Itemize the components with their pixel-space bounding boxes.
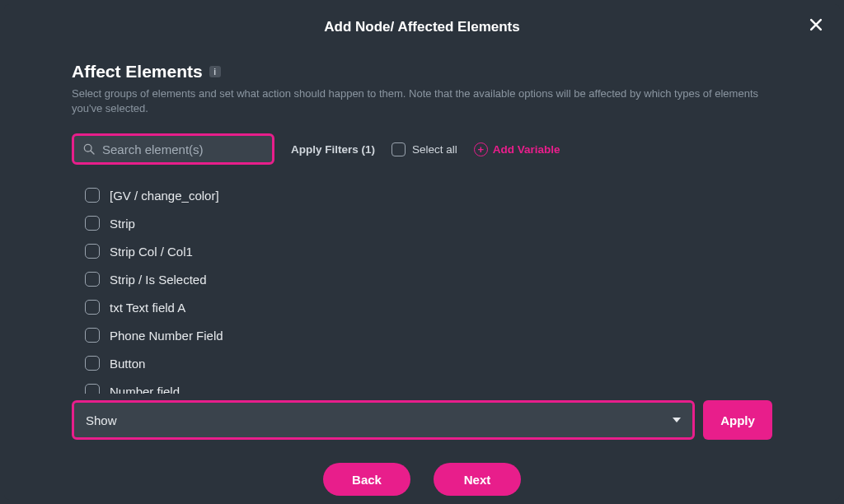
modal-title: Add Node/ Affected Elements (324, 19, 519, 35)
list-item-label: Button (110, 357, 145, 371)
select-all-label: Select all (412, 143, 457, 156)
list-item-label: Phone Number Field (110, 329, 223, 343)
close-icon (808, 16, 824, 33)
action-select[interactable]: Show (72, 400, 695, 440)
section-description: Select groups of elements and set what a… (72, 86, 772, 115)
list-item[interactable]: Strip Col / Col1 (83, 237, 767, 265)
list-item-checkbox[interactable] (85, 300, 100, 315)
svg-line-1 (91, 151, 94, 154)
apply-filters-link[interactable]: Apply Filters (1) (291, 143, 375, 156)
content-area: Affect Elements i Select groups of eleme… (4, 50, 840, 480)
list-item-checkbox[interactable] (85, 188, 100, 203)
list-item[interactable]: Strip (83, 209, 767, 237)
search-icon (82, 142, 96, 156)
section-title: Affect Elements (72, 62, 203, 82)
modal: Add Node/ Affected Elements Affect Eleme… (4, 4, 840, 500)
select-all-checkbox[interactable] (392, 142, 406, 156)
plus-circle-icon: + (474, 142, 488, 156)
list-item-checkbox[interactable] (85, 244, 100, 259)
chevron-down-icon (673, 418, 681, 422)
search-input[interactable] (102, 142, 264, 156)
list-item-checkbox[interactable] (85, 384, 100, 394)
list-item[interactable]: txt Text field A (83, 293, 767, 321)
list-item[interactable]: Phone Number Field (83, 321, 767, 349)
action-select-value: Show (86, 413, 117, 427)
back-button[interactable]: Back (323, 463, 410, 496)
list-item[interactable]: Number field (83, 377, 767, 394)
list-item-checkbox[interactable] (85, 272, 100, 287)
element-list[interactable]: [GV / change_color]StripStrip Col / Col1… (72, 178, 772, 394)
list-item[interactable]: Strip / Is Selected (83, 265, 767, 293)
nav-row: Back Next (72, 463, 772, 496)
apply-button[interactable]: Apply (703, 400, 772, 440)
list-item[interactable]: [GV / change_color] (83, 181, 767, 209)
list-item-label: [GV / change_color] (110, 189, 219, 203)
list-item-label: Strip Col / Col1 (110, 245, 193, 259)
list-item-label: Strip (110, 217, 135, 231)
action-row: Show Apply (72, 400, 772, 440)
title-bar: Add Node/ Affected Elements (4, 4, 840, 50)
next-button[interactable]: Next (434, 463, 521, 496)
info-icon[interactable]: i (209, 66, 221, 77)
list-item-label: Strip / Is Selected (110, 273, 207, 287)
list-item-label: txt Text field A (110, 301, 185, 315)
list-item-checkbox[interactable] (85, 356, 100, 371)
element-list-container: [GV / change_color]StripStrip Col / Col1… (72, 178, 772, 394)
list-item-checkbox[interactable] (85, 328, 100, 343)
add-variable-button[interactable]: + Add Variable (474, 142, 560, 156)
filter-row: Apply Filters (1) Select all + Add Varia… (72, 133, 772, 165)
add-variable-label: Add Variable (493, 143, 560, 156)
section-header: Affect Elements i (72, 62, 772, 82)
select-all-toggle[interactable]: Select all (392, 142, 457, 156)
close-button[interactable] (802, 11, 830, 39)
list-item[interactable]: Button (83, 349, 767, 377)
list-item-label: Number field (110, 385, 180, 394)
list-item-checkbox[interactable] (85, 216, 100, 231)
search-box[interactable] (72, 133, 274, 165)
